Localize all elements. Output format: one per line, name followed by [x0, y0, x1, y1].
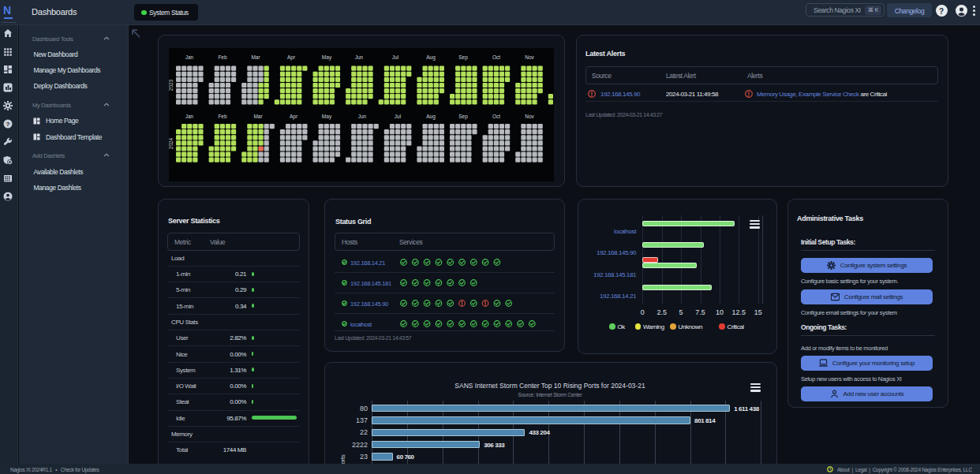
svg-text:Sep: Sep: [458, 54, 468, 61]
svg-text:2023: 2023: [169, 79, 174, 91]
svg-text:Jun: Jun: [355, 54, 364, 60]
svg-text:Jan: Jan: [185, 114, 194, 119]
svg-text:Oct: Oct: [492, 54, 500, 60]
svg-text:Feb: Feb: [218, 114, 227, 119]
svg-text:Oct: Oct: [492, 114, 500, 119]
svg-text:Nov: Nov: [525, 54, 534, 60]
svg-text:Jul: Jul: [392, 54, 399, 60]
svg-text:Sep: Sep: [458, 114, 468, 120]
svg-text:May: May: [322, 114, 332, 120]
svg-text:Apr: Apr: [290, 114, 298, 120]
svg-text:Apr: Apr: [287, 54, 296, 61]
svg-text:2024: 2024: [169, 137, 174, 149]
svg-text:Nov: Nov: [525, 114, 534, 119]
svg-text:Aug: Aug: [426, 114, 436, 120]
svg-text:Mar: Mar: [253, 114, 263, 119]
svg-text:May: May: [322, 54, 332, 61]
svg-text:Jan: Jan: [185, 54, 194, 60]
svg-text:Aug: Aug: [426, 54, 436, 61]
svg-text:Mar: Mar: [251, 54, 260, 60]
svg-text:?: ?: [6, 121, 10, 128]
svg-text:Feb: Feb: [218, 54, 227, 60]
svg-text:Jun: Jun: [358, 114, 367, 119]
svg-text:Jul: Jul: [395, 114, 402, 119]
